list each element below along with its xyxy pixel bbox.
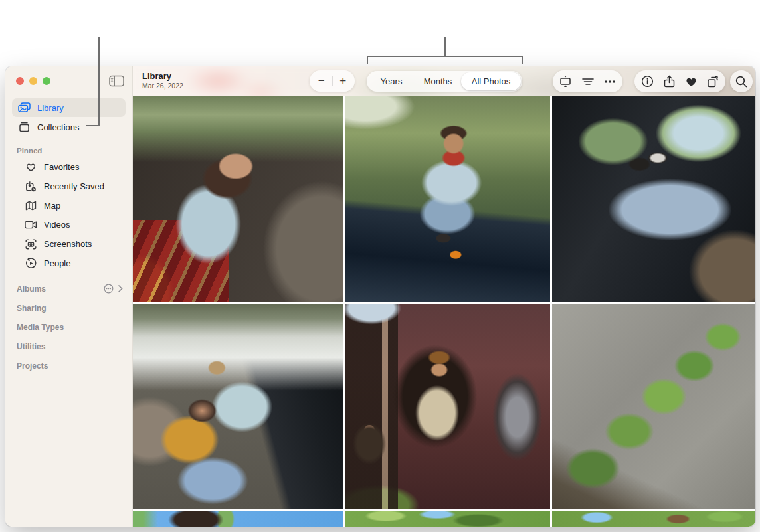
sidebar-item-collections[interactable]: Collections [12, 118, 126, 136]
fullscreen-button[interactable] [43, 77, 50, 85]
sidebar-section-sharing[interactable]: Sharing [5, 298, 132, 317]
annotation-line-collections [98, 37, 100, 126]
toolbar: Library Mar 26, 2022 − + Years Months Al… [133, 66, 755, 96]
more-icon[interactable] [601, 70, 619, 92]
aspect-ratio-icon[interactable] [556, 70, 575, 92]
zoom-in-button[interactable]: + [332, 70, 353, 92]
sidebar-item-videos[interactable]: Videos [5, 215, 132, 234]
sidebar-item-label: Library [37, 103, 64, 113]
sidebar: Library Collections Pinned [5, 66, 133, 527]
sidebar-item-recently-saved[interactable]: Recently Saved [5, 177, 132, 196]
sidebar-item-label: People [44, 258, 70, 268]
sidebar-item-screenshots[interactable]: Screenshots [5, 234, 132, 254]
toolbar-group-display [553, 70, 622, 92]
annotation-bracket-stem [444, 37, 446, 57]
sidebar-item-label: Screenshots [44, 239, 92, 249]
sidebar-item-label: Videos [44, 220, 70, 230]
sidebar-pinned-list: Favorites Recently Saved [5, 157, 132, 273]
sidebar-nav-top: Library Collections [5, 98, 132, 136]
tab-all-photos[interactable]: All Photos [461, 72, 521, 90]
share-icon[interactable] [660, 70, 678, 92]
photo-thumbnail[interactable] [345, 511, 550, 527]
search-button[interactable] [730, 70, 753, 92]
filter-lines-icon[interactable] [579, 70, 597, 92]
toolbar-title-block: Library Mar 26, 2022 [142, 70, 183, 90]
more-circle-icon[interactable] [104, 284, 114, 294]
sidebar-section-media-types[interactable]: Media Types [5, 317, 132, 337]
sidebar-item-label: Collections [37, 122, 80, 132]
sidebar-section-label: Albums [17, 284, 46, 294]
sidebar-section-label: Sharing [17, 304, 47, 313]
current-date: Mar 26, 2022 [142, 82, 183, 90]
favorite-heart-icon[interactable] [682, 70, 700, 92]
sidebar-section-albums[interactable]: Albums [5, 279, 132, 298]
sidebar-section-label: Utilities [17, 342, 45, 351]
collections-icon [17, 122, 31, 132]
photo-thumbnail[interactable] [133, 96, 343, 302]
sidebar-item-favorites[interactable]: Favorites [5, 157, 132, 177]
screenshot-icon [24, 239, 37, 250]
library-icon [17, 102, 31, 113]
tab-years[interactable]: Years [368, 72, 415, 90]
sidebar-section-utilities[interactable]: Utilities [5, 337, 132, 356]
sidebar-item-people[interactable]: People [5, 254, 132, 273]
photo-thumbnail[interactable] [552, 304, 755, 509]
tab-months[interactable]: Months [415, 72, 461, 90]
heart-icon [24, 162, 37, 172]
albums-controls [104, 284, 123, 294]
recently-saved-icon [24, 181, 37, 192]
titlebar [5, 66, 132, 96]
photo-thumbnail[interactable] [552, 96, 755, 302]
sidebar-item-label: Recently Saved [44, 181, 104, 191]
sidebar-section-label: Media Types [17, 323, 64, 332]
sidebar-item-label: Favorites [44, 162, 79, 172]
rotate-icon[interactable] [704, 70, 722, 92]
page: Library Collections Pinned [0, 0, 760, 532]
photo-thumbnail[interactable] [552, 511, 755, 527]
thumbnail-zoom-control: − + [310, 70, 355, 92]
photo-thumbnail[interactable] [133, 511, 343, 527]
photo-thumbnail[interactable] [345, 304, 550, 509]
toolbar-group-actions [634, 70, 725, 92]
zoom-out-button[interactable]: − [311, 70, 332, 92]
sidebar-toggle-icon[interactable] [109, 75, 124, 87]
annotation-bracket-left-tick [367, 56, 368, 64]
photos-window: Library Collections Pinned [5, 66, 755, 527]
search-icon [732, 70, 751, 92]
video-icon [24, 221, 37, 229]
minimize-button[interactable] [29, 77, 37, 85]
sidebar-section-label: Projects [17, 361, 48, 371]
map-icon [24, 201, 37, 211]
main-content: Library Mar 26, 2022 − + Years Months Al… [133, 66, 755, 527]
photo-grid [133, 96, 755, 527]
close-button[interactable] [16, 77, 24, 85]
sidebar-header-pinned: Pinned [5, 145, 132, 156]
sidebar-section-projects[interactable]: Projects [5, 356, 132, 375]
people-icon [24, 258, 37, 269]
sidebar-item-library[interactable]: Library [12, 98, 126, 117]
sidebar-sections: Albums [5, 279, 132, 375]
photo-thumbnail[interactable] [133, 304, 343, 509]
sidebar-item-map[interactable]: Map [5, 196, 132, 215]
info-icon[interactable] [638, 70, 656, 92]
annotation-line-collections-tick [86, 125, 100, 126]
sidebar-item-label: Map [44, 201, 60, 211]
page-title: Library [142, 70, 183, 82]
photo-thumbnail[interactable] [345, 96, 550, 302]
chevron-right-icon[interactable] [118, 285, 123, 292]
view-segmented-control: Years Months All Photos [367, 71, 522, 92]
annotation-bracket-right-tick [522, 56, 523, 64]
